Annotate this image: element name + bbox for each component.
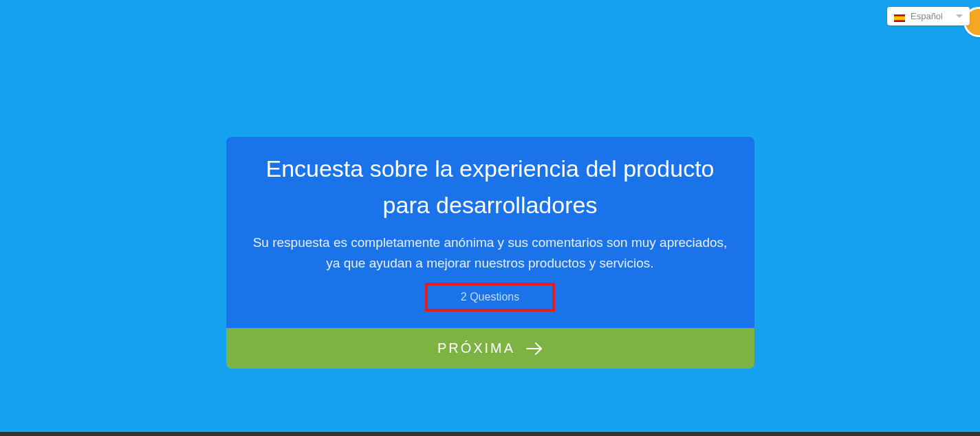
next-button-label: PRÓXIMA xyxy=(437,340,515,356)
language-selector[interactable]: Español xyxy=(887,7,970,25)
language-label: Español xyxy=(911,11,950,21)
survey-description: Su respuesta es completamente anónima y … xyxy=(246,232,735,273)
questions-count-highlight: 2 Questions xyxy=(425,283,555,312)
survey-card: Encuesta sobre la experiencia del produc… xyxy=(226,137,754,369)
survey-card-body: Encuesta sobre la experiencia del produc… xyxy=(226,137,754,328)
arrow-right-icon xyxy=(526,342,543,355)
chevron-down-icon xyxy=(956,14,963,18)
next-button[interactable]: PRÓXIMA xyxy=(226,328,754,369)
spain-flag-icon xyxy=(894,12,905,20)
bottom-bar xyxy=(0,432,980,436)
svg-rect-1 xyxy=(894,17,905,21)
survey-title: Encuesta sobre la experiencia del produc… xyxy=(246,151,735,223)
